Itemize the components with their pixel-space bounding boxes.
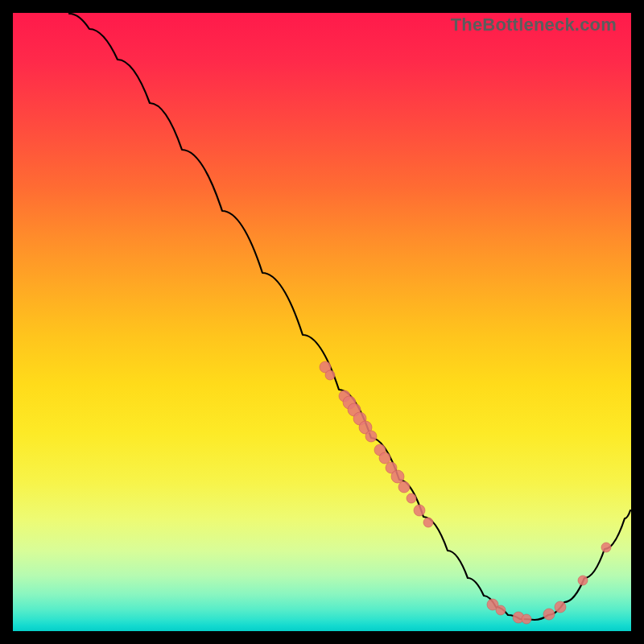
chart-overlay (13, 13, 631, 631)
data-point (496, 605, 506, 615)
data-point (391, 470, 404, 483)
data-point (365, 431, 377, 442)
data-point (522, 614, 531, 624)
data-point (601, 543, 611, 552)
scatter-dots (320, 361, 611, 624)
data-point (407, 493, 416, 503)
data-point (578, 576, 588, 585)
data-point (325, 370, 335, 380)
plot-area: TheBottleneck.com (13, 13, 631, 631)
data-point (398, 481, 410, 493)
data-point (414, 505, 425, 516)
chart-stage: TheBottleneck.com (0, 0, 644, 644)
data-point (555, 601, 566, 613)
data-point (379, 452, 390, 464)
data-point (423, 518, 433, 527)
data-point (543, 609, 555, 620)
bottleneck-curve (69, 14, 630, 620)
